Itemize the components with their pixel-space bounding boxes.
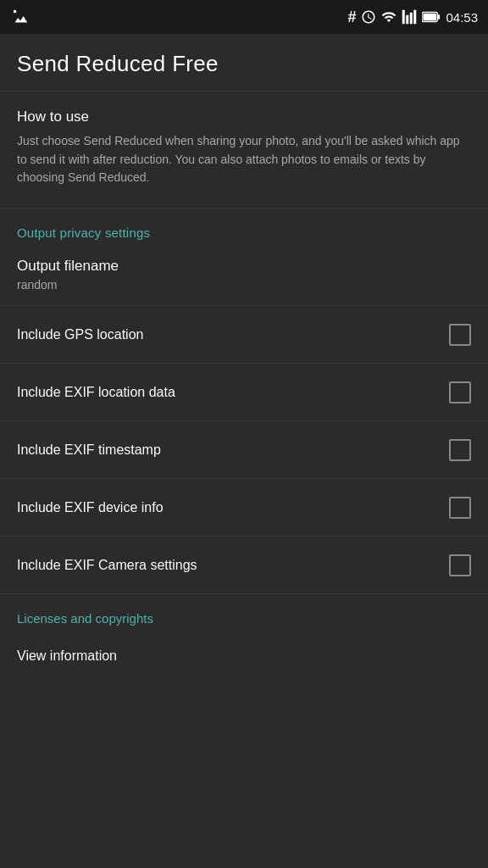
licenses-label: Licenses and copyrights	[17, 611, 153, 626]
include-exif-device-row[interactable]: Include EXIF device info	[0, 479, 488, 537]
include-exif-camera-label: Include EXIF Camera settings	[17, 558, 449, 573]
include-exif-timestamp-label: Include EXIF timestamp	[17, 442, 449, 458]
include-exif-device-label: Include EXIF device info	[17, 500, 449, 515]
mountain-icon	[10, 7, 30, 27]
include-gps-label: Include GPS location	[17, 327, 449, 342]
output-filename-label: Output filename	[17, 258, 471, 275]
include-exif-location-row[interactable]: Include EXIF location data	[0, 364, 488, 421]
how-to-use-heading: How to use	[17, 108, 471, 125]
status-time: 04:53	[446, 10, 478, 25]
include-exif-camera-checkbox[interactable]	[449, 554, 471, 576]
how-to-use-body: Just choose Send Reduced when sharing yo…	[17, 132, 471, 187]
include-exif-timestamp-row[interactable]: Include EXIF timestamp	[0, 421, 488, 479]
svg-rect-1	[438, 14, 441, 19]
svg-rect-2	[424, 14, 437, 20]
include-exif-timestamp-checkbox[interactable]	[449, 439, 471, 461]
wifi-icon	[381, 9, 396, 25]
main-content: How to use Just choose Send Reduced when…	[0, 92, 488, 679]
title-bar: Send Reduced Free	[0, 34, 488, 92]
include-exif-camera-row[interactable]: Include EXIF Camera settings	[0, 537, 488, 594]
output-filename-value: random	[17, 278, 471, 292]
alarm-icon	[361, 9, 376, 25]
status-bar-left	[10, 7, 30, 27]
status-bar-right: # 04:53	[347, 8, 478, 26]
status-bar: # 04:53	[0, 0, 488, 34]
view-information-label: View information	[17, 648, 117, 663]
battery-icon	[422, 11, 441, 23]
how-to-use-section: How to use Just choose Send Reduced when…	[0, 92, 488, 209]
include-exif-location-checkbox[interactable]	[449, 381, 471, 403]
page-title: Send Reduced Free	[17, 51, 471, 77]
view-information-row[interactable]: View information	[0, 633, 488, 679]
include-exif-device-checkbox[interactable]	[449, 497, 471, 519]
output-privacy-header: Output privacy settings	[0, 209, 488, 248]
output-filename-row[interactable]: Output filename random	[0, 248, 488, 306]
include-exif-location-label: Include EXIF location data	[17, 385, 449, 400]
include-gps-checkbox[interactable]	[449, 324, 471, 346]
signal-icon	[402, 9, 417, 25]
licenses-section-header: Licenses and copyrights	[0, 594, 488, 633]
include-gps-row[interactable]: Include GPS location	[0, 306, 488, 364]
hashtag-icon: #	[347, 8, 356, 26]
output-privacy-label: Output privacy settings	[17, 225, 150, 240]
